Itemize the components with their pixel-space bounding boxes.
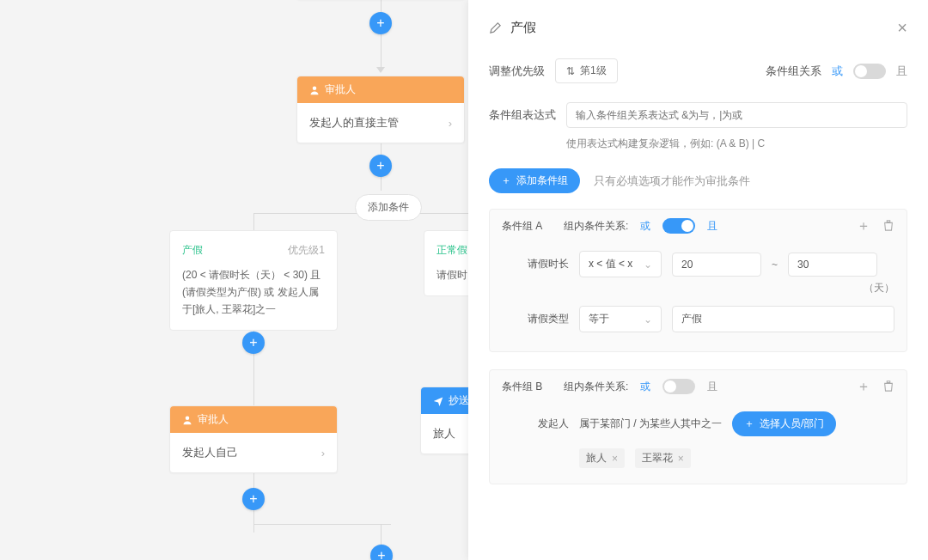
- plus-icon: ＋: [744, 417, 754, 431]
- node-header-text: 审批人: [325, 82, 356, 97]
- arrow-down-icon: [376, 67, 385, 73]
- priority-label: 调整优先级: [489, 64, 545, 79]
- add-group-button[interactable]: ＋ 添加条件组: [489, 168, 580, 193]
- relation-or: 或: [832, 64, 843, 79]
- expr-input[interactable]: [566, 102, 907, 128]
- condition-group-a: 条件组 A 组内条件关系: 或 且 ＋ 请假时长 x < 值 < x ⌄ ~: [489, 209, 907, 352]
- group-name: 条件组 B: [502, 380, 552, 394]
- inner-relation-label: 组内条件关系:: [564, 380, 628, 394]
- svg-point-1: [186, 416, 190, 420]
- add-group-hint: 只有必填选项才能作为审批条件: [594, 173, 750, 189]
- node-header: 审批人: [170, 406, 337, 433]
- sort-icon: ⇅: [566, 65, 575, 77]
- approver-node[interactable]: 审批人 发起人的直接主管 ›: [296, 76, 465, 143]
- range-tilde: ~: [772, 259, 778, 271]
- expr-label: 条件组表达式: [489, 107, 556, 123]
- svg-point-0: [313, 86, 317, 90]
- value-select[interactable]: 产假: [672, 306, 894, 332]
- connector: [381, 0, 382, 12]
- node-header-text: 审批人: [198, 412, 229, 427]
- inner-or: 或: [640, 219, 650, 234]
- chevron-right-icon: ›: [321, 447, 325, 460]
- condition-desc: (20 < 请假时长（天） < 30) 且 (请假类型为产假) 或 发起人属于[…: [182, 266, 325, 318]
- condition-name: 正常假: [437, 243, 467, 258]
- add-step-button[interactable]: +: [242, 332, 265, 354]
- value-input-min[interactable]: [672, 253, 761, 277]
- relation-toggle[interactable]: [853, 64, 886, 79]
- add-condition-button[interactable]: 添加条件: [355, 194, 422, 221]
- remove-chip-icon[interactable]: ×: [678, 453, 684, 465]
- edit-icon: [489, 21, 502, 34]
- inner-relation-toggle[interactable]: [662, 379, 695, 394]
- plus-icon: ＋: [501, 173, 511, 188]
- add-step-button[interactable]: +: [369, 155, 392, 177]
- person-icon: [309, 85, 320, 95]
- condition-name: 产假: [182, 243, 203, 258]
- condition-priority: 优先级1: [288, 243, 325, 258]
- operator-select[interactable]: 等于 ⌄: [579, 306, 662, 332]
- trash-icon: [882, 380, 894, 392]
- inner-or: 或: [640, 380, 650, 394]
- delete-group-button[interactable]: [882, 380, 894, 394]
- connector: [381, 34, 382, 69]
- delete-group-button[interactable]: [882, 219, 894, 234]
- chevron-right-icon: ›: [449, 117, 452, 130]
- inner-relation-toggle[interactable]: [662, 218, 695, 234]
- inner-and: 且: [707, 380, 717, 394]
- inner-and: 且: [707, 219, 717, 234]
- person-icon: [182, 415, 192, 425]
- condition-node[interactable]: 产假 优先级1 (20 < 请假时长（天） < 30) 且 (请假类型为产假) …: [169, 230, 338, 331]
- field-text: 属于某部门 / 为某些人其中之一: [579, 417, 722, 431]
- people-chip[interactable]: 旅人 ×: [579, 448, 625, 468]
- trash-icon: [882, 219, 894, 231]
- chevron-down-icon: ⌄: [644, 313, 652, 326]
- condition-group-b: 条件组 B 组内条件关系: 或 且 ＋ 发起人 属于某部门 / 为某些人其中之一…: [489, 369, 907, 484]
- connector: [253, 524, 391, 525]
- send-icon: [433, 396, 443, 406]
- close-icon[interactable]: ×: [897, 19, 907, 36]
- connector: [253, 213, 254, 230]
- field-label: 发起人: [502, 417, 569, 431]
- inner-relation-label: 组内条件关系:: [564, 219, 628, 234]
- selected-people: 旅人 × 王翠花 ×: [579, 448, 894, 468]
- add-step-button[interactable]: +: [369, 12, 392, 34]
- add-step-button[interactable]: +: [242, 488, 265, 510]
- remove-chip-icon[interactable]: ×: [612, 453, 618, 465]
- expr-hint: 使用表达式构建复杂逻辑，例如: (A & B) | C: [566, 137, 907, 151]
- group-name: 条件组 A: [502, 219, 552, 234]
- people-chip[interactable]: 王翠花 ×: [635, 448, 691, 468]
- field-label: 请假类型: [502, 312, 569, 326]
- add-field-button[interactable]: ＋: [857, 380, 870, 393]
- node-body-text: 旅人: [433, 426, 455, 441]
- approver-node[interactable]: 审批人 发起人自己 ›: [169, 405, 338, 473]
- field-unit: （天）: [502, 281, 894, 295]
- chevron-down-icon: ⌄: [644, 259, 652, 271]
- node-body-text: 发起人的直接主管: [309, 115, 399, 131]
- node-header: 审批人: [297, 76, 464, 103]
- operator-select[interactable]: x < 值 < x ⌄: [579, 251, 662, 277]
- field-label: 请假时长: [502, 257, 569, 271]
- relation-and: 且: [896, 64, 907, 79]
- value-input-max[interactable]: [788, 253, 877, 277]
- condition-drawer: 产假 × 调整优先级 ⇅ 第1级 条件组关系 或 且 条件组表达式 使用表达式构…: [468, 0, 928, 560]
- add-field-button[interactable]: ＋: [857, 219, 870, 233]
- priority-select[interactable]: ⇅ 第1级: [555, 58, 618, 83]
- pick-people-button[interactable]: ＋ 选择人员/部门: [732, 411, 836, 436]
- add-step-button[interactable]: +: [370, 545, 393, 560]
- node-body-text: 发起人自己: [182, 445, 238, 460]
- drawer-title: 产假: [510, 20, 536, 36]
- node-header-text: 抄送: [449, 393, 469, 408]
- relation-label: 条件组关系: [766, 64, 821, 79]
